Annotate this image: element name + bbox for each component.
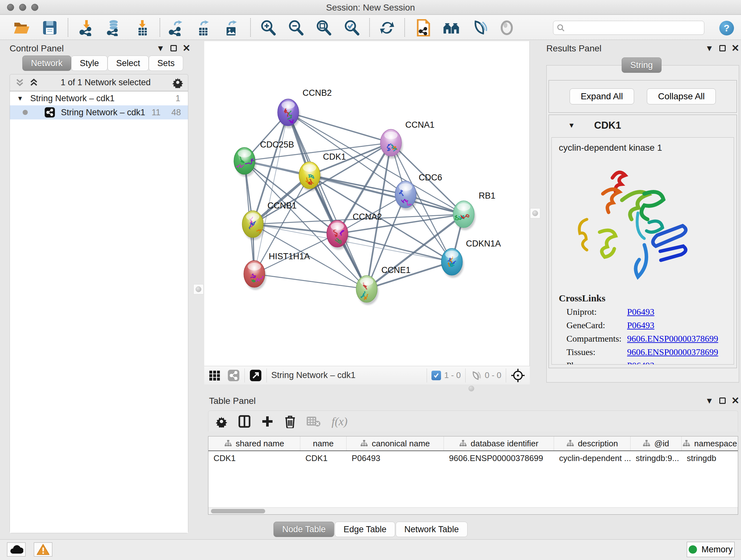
tab-sets[interactable]: Sets (149, 56, 183, 71)
edge-b2-a1[interactable] (288, 112, 391, 143)
node-CDKN1A[interactable]: CDKN1A (441, 239, 501, 278)
table-panel-close-icon[interactable]: ✕ (731, 396, 739, 406)
network-label: String Network – cdk1 (61, 108, 145, 118)
zoom-out-icon[interactable] (287, 19, 304, 36)
node-RB1[interactable]: RB1 (453, 191, 495, 230)
open-session-icon[interactable] (13, 19, 30, 36)
results-panel-menu-icon[interactable]: ▼ (705, 44, 714, 52)
help-icon[interactable]: ? (719, 21, 734, 36)
column-header-canonical-name[interactable]: canonical name (347, 436, 444, 450)
edge-a2-kn[interactable] (337, 234, 452, 262)
node-CCNE1[interactable]: CCNE1 (356, 265, 411, 305)
column-header-name[interactable]: name (300, 436, 347, 450)
edge-b2-e1[interactable] (288, 112, 367, 289)
tab-select[interactable]: Select (108, 56, 149, 71)
grid-view-icon[interactable] (209, 370, 222, 381)
control-panel-close-icon[interactable]: ✕ (183, 44, 191, 53)
search-icon (556, 23, 565, 32)
crosslink-link[interactable]: 9606.ENSP00000378699 (627, 347, 718, 357)
network-row[interactable]: String Network – cdk1 11 48 (10, 105, 188, 119)
refresh-icon[interactable] (379, 19, 395, 36)
edge-h1-e1[interactable] (254, 274, 367, 289)
crosslink-link[interactable]: P06493 (627, 307, 655, 317)
import-network-file-icon[interactable] (78, 19, 95, 36)
network-view-title: String Network – cdk1 (271, 370, 355, 380)
import-table-icon[interactable] (134, 19, 151, 36)
tab-edge-table[interactable]: Edge Table (335, 522, 395, 537)
import-network-database-icon[interactable] (105, 19, 122, 36)
warning-icon[interactable] (34, 543, 52, 557)
network-collection-row[interactable]: ▼ String Network – cdk1 1 (10, 91, 188, 105)
column-header-shared-name[interactable]: shared name (208, 436, 300, 450)
import-file-network-icon[interactable] (415, 19, 431, 36)
results-panel-close-icon[interactable]: ✕ (731, 44, 739, 53)
gene-section-expander-icon[interactable]: ▼ (568, 121, 575, 130)
table-cell[interactable]: CDK1 (300, 451, 347, 465)
column-header-database-identifier[interactable]: database identifier (444, 436, 554, 450)
search-input[interactable] (565, 23, 701, 33)
delete-icon[interactable] (284, 415, 296, 428)
share-view-icon[interactable] (227, 369, 240, 382)
gear-icon[interactable] (215, 415, 227, 428)
table-cell[interactable]: stringdb (682, 451, 738, 465)
zoom-selected-icon[interactable] (343, 19, 360, 36)
tab-node-table[interactable]: Node Table (273, 522, 334, 537)
table-horizontal-scrollbar[interactable] (208, 507, 738, 514)
table-cell[interactable]: stringdb:9... (630, 451, 682, 465)
table-cell[interactable]: cyclin-dependent ... (554, 451, 630, 465)
tab-string[interactable]: String (622, 57, 662, 73)
control-panel-float-icon[interactable] (171, 45, 177, 51)
left-splitter-handle[interactable] (193, 284, 204, 294)
function-builder-icon[interactable]: f(x) (332, 415, 347, 428)
column-header-description[interactable]: description (554, 436, 630, 450)
bottom-splitter-handle[interactable] (468, 386, 474, 391)
scrollbar-thumb[interactable] (211, 509, 265, 513)
control-panel-menu-icon[interactable]: ▼ (156, 44, 165, 52)
results-panel-float-icon[interactable] (719, 45, 726, 51)
column-header--id[interactable]: @id (630, 436, 682, 450)
tab-network[interactable]: Network (22, 56, 71, 71)
collection-expander-icon[interactable]: ▼ (17, 95, 23, 102)
memory-button[interactable]: Memory (687, 542, 735, 557)
node-table: shared namenamecanonical namedatabase id… (208, 436, 738, 515)
table-panel-menu-icon[interactable]: ▼ (705, 396, 714, 405)
column-header-namespace[interactable]: namespace (682, 436, 738, 450)
export-table-icon[interactable] (195, 19, 211, 36)
zoom-fit-icon[interactable] (315, 19, 332, 36)
table-row[interactable]: CDK1CDK1P064939606.ENSP00000378699cyclin… (208, 451, 738, 465)
table-cell[interactable]: CDK1 (208, 451, 300, 465)
table-panel-float-icon[interactable] (719, 397, 726, 404)
save-session-icon[interactable] (42, 19, 58, 36)
selected-checkbox[interactable] (431, 371, 441, 380)
edge-b2-h1[interactable] (254, 112, 288, 274)
table-cell[interactable]: 9606.ENSP00000378699 (444, 451, 554, 465)
collapse-all-button[interactable]: Collapse All (647, 88, 716, 105)
open-external-icon[interactable] (249, 369, 262, 382)
right-splitter-handle[interactable] (530, 208, 540, 219)
export-network-icon[interactable] (167, 19, 184, 36)
table-cell[interactable]: P06493 (347, 451, 444, 465)
expand-all-button[interactable]: Expand All (569, 88, 634, 105)
columns-icon[interactable] (239, 415, 251, 428)
gear-icon[interactable] (172, 77, 184, 88)
crosslink-link[interactable]: P06493 (627, 320, 655, 330)
crosslink-row: Uniprot:P06493 (566, 307, 734, 317)
hide-selected-icon[interactable] (471, 19, 488, 36)
tab-network-table[interactable]: Network Table (396, 522, 468, 537)
first-neighbors-icon[interactable] (443, 19, 460, 36)
crosslink-link[interactable]: 9606.ENSP00000378699 (627, 334, 718, 344)
delete-table-icon[interactable] (307, 416, 321, 427)
node-CCNA1[interactable]: CCNA1 (381, 120, 434, 159)
tab-style[interactable]: Style (71, 56, 108, 71)
search-field[interactable] (553, 21, 704, 35)
show-all-icon[interactable] (498, 19, 515, 36)
network-canvas[interactable]: CCNB2CCNA1CDC25BCDK1CDC6RB1CCNB1CCNA2CDK… (204, 41, 530, 366)
cloud-icon[interactable] (7, 543, 25, 557)
export-image-icon[interactable] (223, 19, 239, 36)
birdseye-crosshair-icon[interactable] (511, 368, 525, 383)
expand-all-icon[interactable] (28, 77, 39, 88)
add-column-icon[interactable] (261, 415, 273, 428)
collapse-all-icon[interactable] (14, 77, 25, 88)
crosslink-link[interactable]: P06493 (627, 361, 655, 365)
zoom-in-icon[interactable] (260, 19, 276, 36)
